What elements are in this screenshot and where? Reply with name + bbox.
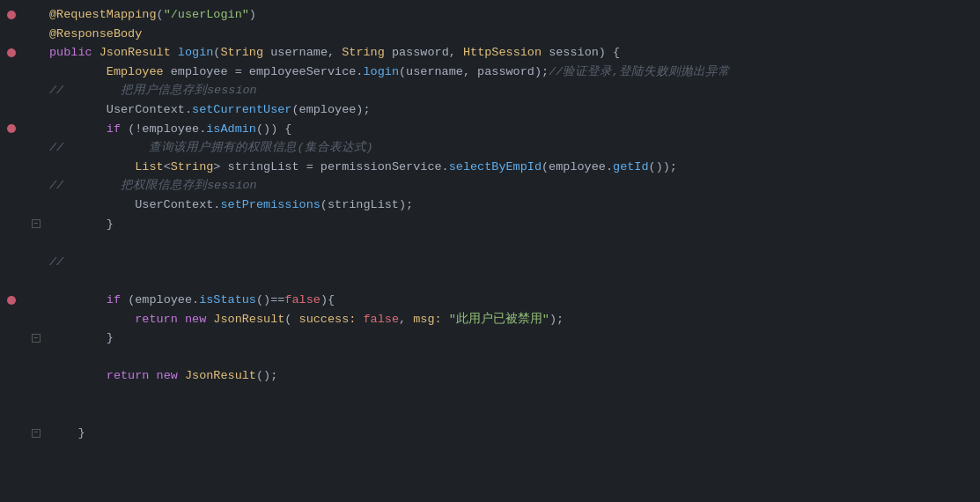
gutter-row bbox=[0, 100, 46, 120]
gutter-row: − bbox=[0, 424, 46, 443]
code-line: return new JsonResult( success: false, m… bbox=[49, 310, 971, 329]
gutter-row bbox=[0, 158, 46, 177]
code-line: UserContext.setPremissions(stringList); bbox=[49, 196, 971, 215]
token-plain: (!employee. bbox=[128, 120, 206, 139]
token-type: JsonResult bbox=[99, 43, 178, 63]
gutter-row bbox=[0, 25, 46, 44]
code-line: // 把用户信息存到session bbox=[49, 81, 971, 100]
token-type: JsonResult bbox=[185, 366, 256, 386]
gutter-row: − bbox=[0, 215, 46, 234]
code-line bbox=[49, 386, 971, 405]
token-kw: public bbox=[49, 43, 99, 63]
breakpoint-icon[interactable] bbox=[7, 296, 16, 305]
code-area[interactable]: @RequestMapping("/userLogin")@ResponseBo… bbox=[46, 4, 980, 498]
token-method: setCurrentUser bbox=[192, 100, 291, 120]
fold-icon[interactable]: − bbox=[32, 334, 41, 343]
token-type: String bbox=[171, 158, 214, 177]
code-line bbox=[49, 348, 971, 367]
token-method: selectByEmpId bbox=[449, 158, 542, 177]
code-line: UserContext.setCurrentUser(employee); bbox=[49, 100, 971, 120]
token-plain bbox=[49, 310, 135, 329]
code-line: Employee employee = employeeService.logi… bbox=[49, 63, 971, 82]
code-editor: −−− @RequestMapping("/userLogin")@Respon… bbox=[0, 0, 980, 502]
token-method: login bbox=[363, 63, 399, 82]
code-line: } bbox=[49, 424, 971, 443]
gutter-row bbox=[0, 233, 46, 253]
token-comment: // bbox=[49, 253, 63, 272]
fold-icon[interactable]: − bbox=[32, 429, 41, 438]
token-plain: session) { bbox=[549, 43, 620, 63]
gutter-row bbox=[0, 43, 46, 63]
token-plain: UserContext. bbox=[49, 196, 220, 215]
gutter-row bbox=[0, 63, 46, 82]
token-plain: (stringList); bbox=[321, 196, 413, 215]
code-line: List<String> stringList = permissionServ… bbox=[49, 158, 971, 177]
token-plain: ()== bbox=[256, 291, 284, 310]
token-bool: false bbox=[363, 310, 399, 329]
token-plain: ( bbox=[213, 43, 220, 63]
token-kw: new bbox=[185, 310, 213, 329]
token-plain: ); bbox=[549, 310, 564, 329]
token-type: String bbox=[342, 43, 392, 63]
token-kw: if bbox=[107, 291, 128, 310]
token-method: isAdmin bbox=[206, 120, 256, 139]
token-plain: , bbox=[399, 310, 413, 329]
token-annotation: @ResponseBody bbox=[49, 25, 142, 44]
token-comment: // 把权限信息存到session bbox=[49, 176, 257, 196]
token-plain bbox=[49, 158, 135, 177]
token-kw: if bbox=[107, 120, 128, 139]
token-type: String bbox=[220, 43, 270, 63]
token-plain: } bbox=[49, 329, 114, 348]
code-line: if (employee.isStatus()==false){ bbox=[49, 291, 971, 310]
gutter-row bbox=[0, 386, 46, 405]
token-plain bbox=[49, 63, 107, 82]
token-kw: return bbox=[107, 366, 157, 386]
token-plain bbox=[49, 120, 107, 139]
token-plain: password, bbox=[392, 43, 463, 63]
token-comment: // 查询该用户拥有的权限信息(集合表达式) bbox=[49, 138, 373, 158]
code-line: return new JsonResult(); bbox=[49, 366, 971, 386]
token-method: login bbox=[178, 43, 214, 63]
breakpoint-icon[interactable] bbox=[7, 124, 16, 133]
breakpoint-icon[interactable] bbox=[7, 48, 16, 57]
token-plain: UserContext. bbox=[49, 100, 192, 120]
token-comment: //验证登录,登陆失败则抛出异常 bbox=[549, 63, 730, 82]
token-plain: username, bbox=[270, 43, 342, 63]
token-kw: new bbox=[157, 366, 185, 386]
token-plain: (); bbox=[256, 366, 277, 386]
code-line: public JsonResult login(String username,… bbox=[49, 43, 971, 63]
token-plain: ( bbox=[157, 5, 164, 25]
token-bool: false bbox=[284, 291, 321, 310]
token-plain: < bbox=[164, 158, 171, 177]
code-line: @ResponseBody bbox=[49, 25, 971, 44]
code-line: // bbox=[49, 253, 971, 272]
gutter-row bbox=[0, 291, 46, 310]
token-method: getId bbox=[613, 158, 649, 177]
gutter-row bbox=[0, 5, 46, 25]
token-plain: ) bbox=[249, 5, 256, 25]
code-line: if (!employee.isAdmin()) { bbox=[49, 120, 971, 139]
token-plain: ()) { bbox=[256, 120, 292, 139]
token-plain bbox=[49, 366, 107, 386]
token-method: setPremissions bbox=[220, 196, 320, 215]
code-line: @RequestMapping("/userLogin") bbox=[49, 5, 971, 25]
gutter-row bbox=[0, 120, 46, 139]
code-line: } bbox=[49, 215, 971, 234]
gutter-row: − bbox=[0, 329, 46, 348]
token-type: List bbox=[135, 158, 163, 177]
token-plain: ){ bbox=[321, 291, 335, 310]
token-plain: ()); bbox=[649, 158, 677, 177]
fold-icon[interactable]: − bbox=[32, 219, 41, 228]
code-line: // 查询该用户拥有的权限信息(集合表达式) bbox=[49, 138, 971, 158]
token-plain: employee = employeeService. bbox=[171, 63, 364, 82]
token-str: "此用户已被禁用" bbox=[449, 310, 549, 329]
token-plain: (employee. bbox=[128, 291, 199, 310]
token-plain: (employee); bbox=[291, 100, 370, 120]
breakpoint-icon[interactable] bbox=[7, 11, 16, 19]
code-line bbox=[49, 271, 971, 291]
gutter-row bbox=[0, 404, 46, 424]
token-type: HttpSession bbox=[463, 43, 549, 63]
token-named-param: success: bbox=[299, 310, 364, 329]
token-type: JsonResult bbox=[213, 310, 284, 329]
code-line bbox=[49, 233, 971, 253]
